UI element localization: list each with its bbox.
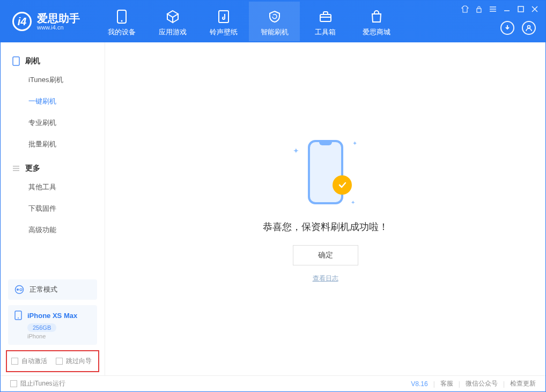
sidebar-item-download-firmware[interactable]: 下载固件 <box>1 198 105 219</box>
sparkle-icon: ✦ <box>293 146 299 155</box>
mode-label: 正常模式 <box>29 285 57 294</box>
success-message: 恭喜您，保资料刷机成功啦！ <box>263 220 388 233</box>
nav-smart-flash[interactable]: 智能刷机 <box>249 2 300 41</box>
svg-rect-3 <box>320 14 331 21</box>
svg-point-9 <box>17 289 19 291</box>
sidebar-item-batch-flash[interactable]: 批量刷机 <box>1 134 105 155</box>
sidebar-item-other-tools[interactable]: 其他工具 <box>1 176 105 198</box>
mode-card[interactable]: 正常模式 <box>8 279 97 300</box>
checkbox-auto-activate[interactable]: 自动激活 <box>11 357 47 366</box>
logo-icon: i4 <box>12 12 32 31</box>
app-header: i4 爱思助手 www.i4.cn 我的设备 应用游戏 铃声壁纸 智能刷机 工具… <box>1 1 545 42</box>
svg-point-6 <box>528 26 530 28</box>
user-icon[interactable] <box>522 21 536 35</box>
footer: 阻止iTunes运行 V8.16 | 客服 | 微信公众号 | 检查更新 <box>1 375 545 391</box>
svg-point-10 <box>20 289 22 291</box>
view-log-link[interactable]: 查看日志 <box>313 274 338 283</box>
sidebar-item-oneclick-flash[interactable]: 一键刷机 <box>1 91 105 112</box>
svg-rect-7 <box>13 57 19 65</box>
app-logo: i4 爱思助手 www.i4.cn <box>1 12 90 31</box>
menu-icon[interactable] <box>489 5 497 13</box>
phone-outline-icon <box>12 56 20 66</box>
download-icon[interactable] <box>500 21 514 35</box>
phone-illustration-icon <box>308 140 343 204</box>
bag-icon <box>351 9 402 24</box>
device-type-label: iPhone <box>27 333 91 339</box>
footer-link-support[interactable]: 客服 <box>440 379 453 388</box>
nav-ringtone-wallpaper[interactable]: 铃声壁纸 <box>198 2 249 41</box>
svg-point-12 <box>18 317 19 319</box>
checkbox-skip-guide[interactable]: 跳过向导 <box>56 357 92 366</box>
success-illustration: ✦ ✦ ✦ <box>291 135 360 210</box>
list-icon <box>12 165 20 172</box>
device-name-label: iPhone XS Max <box>27 312 77 320</box>
maximize-icon[interactable] <box>517 5 525 13</box>
device-card[interactable]: iPhone XS Max 256GB iPhone <box>8 305 97 345</box>
device-phone-icon <box>14 310 22 320</box>
close-icon[interactable] <box>530 5 539 13</box>
footer-link-wechat[interactable]: 微信公众号 <box>466 379 498 388</box>
ok-button[interactable]: 确定 <box>293 245 358 265</box>
cube-icon <box>147 9 198 24</box>
sidebar-item-itunes-flash[interactable]: iTunes刷机 <box>1 69 105 91</box>
checkbox-block-itunes[interactable]: 阻止iTunes运行 <box>10 379 65 388</box>
refresh-shield-icon <box>249 9 300 24</box>
music-file-icon <box>198 9 249 24</box>
svg-rect-4 <box>477 9 481 12</box>
mode-status-icon <box>14 285 24 294</box>
window-controls <box>461 5 539 13</box>
nav-my-device[interactable]: 我的设备 <box>96 2 147 41</box>
footer-link-update[interactable]: 检查更新 <box>510 379 536 388</box>
version-label: V8.16 <box>411 380 427 388</box>
svg-point-1 <box>121 20 122 22</box>
sidebar-section-more: 更多 <box>1 160 105 176</box>
device-storage-badge: 256GB <box>27 323 56 332</box>
minimize-icon[interactable] <box>503 5 511 13</box>
lock-icon[interactable] <box>475 5 483 13</box>
sidebar: 刷机 iTunes刷机 一键刷机 专业刷机 批量刷机 更多 其他工具 下载固件 … <box>1 42 105 375</box>
toolbox-icon <box>300 9 351 24</box>
sidebar-section-flash: 刷机 <box>1 53 105 69</box>
nav-store[interactable]: 爱思商城 <box>351 2 402 41</box>
header-bottom-actions <box>500 21 536 35</box>
flash-options-highlight: 自动激活 跳过向导 <box>6 350 99 372</box>
nav-apps-games[interactable]: 应用游戏 <box>147 2 198 41</box>
app-name-en: www.i4.cn <box>37 25 80 31</box>
sidebar-item-pro-flash[interactable]: 专业刷机 <box>1 112 105 134</box>
svg-rect-5 <box>518 6 523 12</box>
sidebar-item-advanced[interactable]: 高级功能 <box>1 219 105 241</box>
main-content: ✦ ✦ ✦ 恭喜您，保资料刷机成功啦！ 确定 查看日志 <box>105 42 545 375</box>
main-nav: 我的设备 应用游戏 铃声壁纸 智能刷机 工具箱 爱思商城 <box>96 2 402 41</box>
sparkle-icon: ✦ <box>351 199 355 205</box>
nav-toolbox[interactable]: 工具箱 <box>300 2 351 41</box>
success-check-icon <box>333 175 352 195</box>
sparkle-icon: ✦ <box>352 140 357 147</box>
tshirt-icon[interactable] <box>461 5 469 13</box>
phone-icon <box>96 9 147 24</box>
app-name-cn: 爱思助手 <box>37 13 80 24</box>
